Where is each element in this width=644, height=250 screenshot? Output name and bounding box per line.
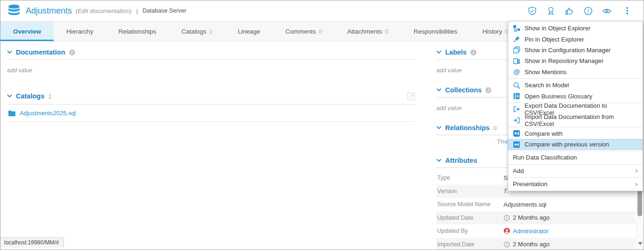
folder-icon	[8, 110, 15, 117]
verified-shield-icon[interactable]	[527, 6, 537, 16]
section-count: 0	[493, 125, 497, 132]
chevron-down-icon[interactable]	[7, 50, 12, 54]
tab-catalogs[interactable]: Catalogs1	[169, 21, 225, 41]
menu-item-label: Show in Repository Manager	[525, 57, 603, 64]
menu-separator	[508, 78, 643, 79]
export-icon	[513, 105, 520, 113]
chevron-down-icon[interactable]	[7, 94, 12, 98]
context-menu: Show in Object Explorer Pin in Object Ex…	[508, 21, 643, 191]
chevron-down-icon[interactable]	[436, 88, 441, 92]
menu-item-label: Add	[513, 167, 524, 174]
documentation-section-header: Documentation i	[7, 49, 416, 56]
alert-circle-icon[interactable]	[583, 6, 593, 16]
submenu-chevron-right-icon: ›	[635, 181, 638, 188]
menu-item-presentation[interactable]: Presentation ›	[508, 179, 643, 189]
menu-item-show-in-configuration-manager[interactable]: Show in Configuration Manager	[508, 45, 643, 56]
menu-item-label: Show Mentions	[525, 69, 567, 76]
menu-item-compare-with[interactable]: Compare with	[508, 128, 643, 139]
menu-separator	[508, 164, 643, 165]
relationships-empty-text: The	[497, 138, 508, 145]
chevron-down-icon[interactable]	[436, 126, 441, 130]
main-column: Documentation i add value Catalogs 1 Adj…	[7, 42, 416, 122]
compare-icon	[513, 141, 520, 148]
menu-item-add[interactable]: Add ›	[508, 166, 643, 176]
glossary-icon: A	[513, 92, 520, 100]
menu-item-label: Pin in Object Explorer	[525, 36, 584, 43]
menu-item-label: Open Business Glossary	[525, 93, 592, 100]
menu-item-pin-in-object-explorer[interactable]: Pin in Object Explorer	[508, 34, 643, 44]
scrollbar-down-arrow[interactable]	[638, 242, 643, 245]
pin-icon	[513, 35, 520, 43]
tab-hierarchy[interactable]: Hierarchy	[54, 21, 106, 41]
section-title: Collections	[445, 86, 482, 94]
catalog-link[interactable]: Adjustments2025.sql	[20, 110, 76, 117]
menu-item-label: Compare with previous version	[525, 141, 609, 148]
attr-label: Imported Date	[437, 241, 504, 248]
app-window: Adjustments (Edit documentation) | Datab…	[0, 0, 644, 250]
page-title: Adjustments	[26, 6, 72, 16]
menu-item-show-in-repository-manager[interactable]: Show in Repository Manager	[508, 56, 643, 66]
attr-label: Version	[437, 188, 504, 194]
table-row: Updated Date 2 Months ago	[436, 211, 635, 225]
certification-medal-icon[interactable]	[546, 6, 556, 16]
attr-label: Source Model Name	[437, 201, 504, 208]
chevron-down-icon[interactable]	[436, 50, 441, 54]
catalogs-section-header: Catalogs 1	[7, 91, 416, 101]
section-title: Attributes	[445, 157, 477, 164]
menu-item-run-data-classification[interactable]: Run Data Classification	[508, 152, 643, 163]
documentation-add-value[interactable]: add value	[7, 67, 416, 74]
clock-icon	[504, 215, 510, 221]
table-row: Imported Date 2 Months ago	[436, 238, 635, 250]
title-separator: |	[136, 7, 138, 14]
menu-item-label: Show in Object Explorer	[525, 25, 590, 32]
menu-item-open-business-glossary[interactable]: A Open Business Glossary	[508, 90, 643, 101]
status-link-preview: localhost:19980/MM/#	[0, 237, 64, 248]
configuration-manager-icon	[513, 46, 520, 54]
chevron-down-icon[interactable]	[436, 159, 441, 162]
section-title: Relationships	[445, 124, 490, 132]
attr-value: 2 Months ago	[504, 241, 550, 248]
mentions-icon: @	[513, 68, 520, 76]
attr-value: 2 Months ago	[504, 214, 550, 221]
tab-overview[interactable]: Overview	[0, 21, 54, 41]
svg-text:A: A	[516, 94, 519, 98]
menu-item-label: Presentation	[513, 181, 547, 188]
menu-item-import-data-documentation[interactable]: Import Data Documentation from CSV/Excel	[508, 115, 643, 125]
attr-value: Adjustments.sql	[504, 201, 546, 208]
object-header: Adjustments (Edit documentation) | Datab…	[0, 0, 644, 21]
menu-separator	[508, 177, 643, 178]
catalog-list-item[interactable]: Adjustments2025.sql	[7, 104, 416, 122]
edit-documentation-link[interactable]: (Edit documentation)	[76, 7, 132, 14]
open-expanded-icon[interactable]	[406, 91, 416, 101]
table-row: Source Model Name Adjustments.sql	[436, 198, 635, 211]
watch-eye-icon[interactable]	[602, 6, 612, 16]
database-icon	[7, 4, 21, 18]
tab-lineage[interactable]: Lineage	[225, 21, 273, 41]
object-type-label: Database Server	[142, 7, 186, 14]
menu-item-show-mentions[interactable]: @ Show Mentions	[508, 67, 643, 77]
menu-item-compare-with-previous-version[interactable]: Compare with previous version	[508, 139, 643, 150]
table-row: Updated By Administrator	[436, 224, 635, 238]
scrollbar-thumb[interactable]	[637, 189, 642, 216]
menu-item-search-in-model[interactable]: Search in Model	[508, 80, 643, 90]
menu-item-label: Show in Configuration Manager	[525, 47, 611, 54]
tab-attachments[interactable]: Attachments0	[335, 21, 401, 41]
info-icon: i	[485, 87, 491, 93]
like-thumb-icon[interactable]	[564, 6, 574, 16]
menu-item-label: Import Data Documentation from CSV/Excel	[525, 113, 638, 127]
section-title: Documentation	[16, 49, 65, 56]
tab-responsibilities[interactable]: Responsibilities	[401, 21, 470, 41]
repository-manager-icon	[513, 57, 520, 65]
attr-label: Updated By	[437, 228, 504, 234]
submenu-chevron-right-icon: ›	[635, 167, 638, 174]
section-count: 1	[48, 93, 51, 100]
user-link[interactable]: Administrator	[504, 228, 549, 235]
tab-comments[interactable]: Comments0	[273, 21, 335, 41]
import-icon	[513, 117, 520, 124]
tab-relationships[interactable]: Relationships	[106, 21, 169, 41]
menu-item-show-in-object-explorer[interactable]: Show in Object Explorer	[508, 23, 643, 34]
attr-label: Type	[437, 174, 504, 181]
menu-separator	[508, 151, 643, 151]
more-kebab-icon[interactable]	[622, 6, 632, 16]
section-title: Labels	[445, 49, 467, 56]
